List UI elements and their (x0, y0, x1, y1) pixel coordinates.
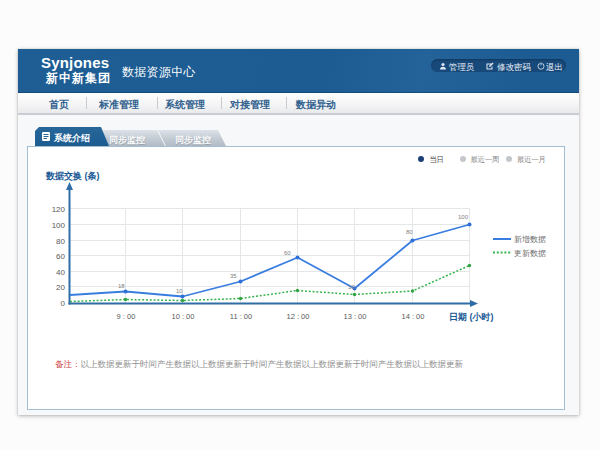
svg-text:20: 20 (56, 283, 65, 292)
svg-text:0: 0 (61, 299, 66, 308)
svg-text:40: 40 (56, 268, 65, 277)
svg-text:100: 100 (52, 221, 66, 230)
svg-text:10: 10 (348, 284, 355, 290)
svg-text:18: 18 (118, 283, 125, 289)
svg-text:10 : 00: 10 : 00 (172, 312, 195, 321)
svg-text:60: 60 (284, 250, 291, 256)
svg-text:120: 120 (52, 205, 66, 214)
svg-text:14 : 00: 14 : 00 (402, 312, 425, 321)
svg-text:80: 80 (56, 237, 65, 246)
svg-text:80: 80 (406, 229, 413, 235)
svg-text:9 : 00: 9 : 00 (117, 312, 136, 321)
svg-text:更新数据: 更新数据 (514, 249, 546, 258)
svg-text:35: 35 (230, 273, 237, 279)
svg-text:12 : 00: 12 : 00 (287, 312, 310, 321)
svg-text:13 : 00: 13 : 00 (344, 312, 367, 321)
svg-text:10: 10 (176, 288, 183, 294)
svg-text:11 : 00: 11 : 00 (230, 312, 252, 321)
svg-text:60: 60 (56, 252, 65, 261)
svg-text:100: 100 (458, 214, 469, 220)
svg-text:新增数据: 新增数据 (514, 235, 546, 244)
